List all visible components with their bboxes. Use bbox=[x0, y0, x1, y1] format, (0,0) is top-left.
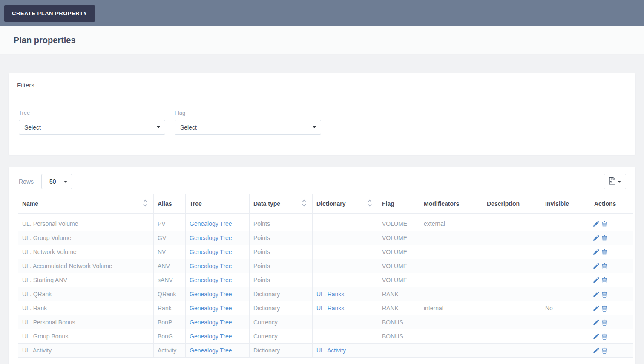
trash-icon[interactable] bbox=[601, 319, 607, 326]
pencil-icon[interactable] bbox=[593, 235, 599, 241]
cell-invisible bbox=[541, 231, 590, 245]
cell-description bbox=[483, 287, 541, 301]
page-title: Plan properties bbox=[14, 35, 76, 45]
column-header-name[interactable]: Name bbox=[18, 194, 154, 214]
cell-alias: QRank bbox=[154, 287, 186, 301]
trash-icon[interactable] bbox=[601, 235, 607, 241]
table-row: UL. Group BonusBonGGenealogy TreeCurrenc… bbox=[18, 329, 633, 344]
flag-filter-label: Flag bbox=[175, 110, 321, 116]
dictionary-link[interactable]: UL. Ranks bbox=[313, 287, 378, 301]
table-row: UL. Group VolumeGVGenealogy TreePointsVO… bbox=[18, 231, 633, 245]
cell-data-type: Currency bbox=[250, 329, 313, 344]
column-label: Name bbox=[22, 200, 38, 207]
sort-icon bbox=[143, 199, 148, 208]
column-header-actions: Actions bbox=[590, 194, 633, 214]
column-header-modificators: Modificators bbox=[420, 194, 483, 214]
tree-link[interactable]: Genealogy Tree bbox=[186, 231, 250, 245]
cell-description bbox=[483, 315, 541, 329]
tree-link[interactable]: Genealogy Tree bbox=[186, 301, 250, 315]
cell-actions bbox=[590, 344, 633, 358]
cell-modificators bbox=[420, 273, 483, 287]
table-row: UL. Network VolumeNVGenealogy TreePoints… bbox=[18, 245, 633, 259]
pencil-icon[interactable] bbox=[593, 319, 599, 326]
pencil-icon[interactable] bbox=[593, 347, 599, 354]
cell-name: UL. Starting ANV bbox=[18, 273, 154, 287]
trash-icon[interactable] bbox=[601, 305, 607, 312]
cell-description bbox=[483, 231, 541, 245]
tree-filter-selected-value: Select bbox=[24, 124, 41, 131]
cell-dictionary bbox=[313, 329, 378, 344]
column-label: Actions bbox=[594, 200, 616, 207]
column-label: Flag bbox=[382, 200, 394, 207]
cell-description bbox=[483, 301, 541, 315]
cell-dictionary bbox=[313, 259, 378, 273]
trash-icon[interactable] bbox=[601, 277, 607, 283]
cell-flag: VOLUME bbox=[378, 217, 420, 231]
trash-icon[interactable] bbox=[601, 347, 607, 354]
column-label: Data type bbox=[253, 200, 280, 207]
column-header-data-type[interactable]: Data type bbox=[250, 194, 313, 214]
flag-filter-select[interactable]: Select bbox=[175, 120, 321, 135]
cell-description bbox=[483, 344, 541, 358]
trash-icon[interactable] bbox=[601, 249, 607, 255]
rows-per-page-select[interactable]: 50 bbox=[41, 174, 72, 189]
trash-icon[interactable] bbox=[601, 221, 607, 227]
tree-link[interactable]: Genealogy Tree bbox=[186, 315, 250, 329]
pencil-icon[interactable] bbox=[593, 263, 599, 269]
cell-data-type: Dictionary bbox=[250, 301, 313, 315]
pencil-icon[interactable] bbox=[593, 249, 599, 255]
cell-name: UL. QRank bbox=[18, 287, 154, 301]
table-row: UL. RankRankGenealogy TreeDictionaryUL. … bbox=[18, 301, 633, 315]
table-row: UL. Starting ANVsANVGenealogy TreePoints… bbox=[18, 273, 633, 287]
tree-link[interactable]: Genealogy Tree bbox=[186, 259, 250, 273]
tree-link[interactable]: Genealogy Tree bbox=[186, 344, 250, 358]
caret-down-icon bbox=[618, 181, 621, 183]
column-label: Modificators bbox=[424, 200, 459, 207]
dictionary-link[interactable]: UL. Ranks bbox=[313, 301, 378, 315]
cell-flag: VOLUME bbox=[378, 245, 420, 259]
cell-modificators: internal bbox=[420, 301, 483, 315]
create-plan-property-button[interactable]: CREATE PLAN PROPERTY bbox=[4, 5, 95, 22]
pencil-icon[interactable] bbox=[593, 221, 599, 227]
cell-invisible bbox=[541, 287, 590, 301]
tree-link[interactable]: Genealogy Tree bbox=[186, 245, 250, 259]
cell-name: UL. Group Volume bbox=[18, 231, 154, 245]
tree-link[interactable]: Genealogy Tree bbox=[186, 217, 250, 231]
plan-properties-table: NameAliasTreeData typeDictionaryFlagModi… bbox=[18, 194, 633, 358]
trash-icon[interactable] bbox=[601, 291, 607, 298]
cell-actions bbox=[590, 273, 633, 287]
column-label: Alias bbox=[158, 200, 172, 207]
topbar: CREATE PLAN PROPERTY bbox=[0, 0, 644, 26]
cell-alias: ANV bbox=[154, 259, 186, 273]
column-header-flag: Flag bbox=[378, 194, 420, 214]
cell-dictionary bbox=[313, 217, 378, 231]
cell-data-type: Dictionary bbox=[250, 344, 313, 358]
cell-name: UL. Accumulated Network Volume bbox=[18, 259, 154, 273]
pencil-icon[interactable] bbox=[593, 305, 599, 312]
trash-icon[interactable] bbox=[601, 333, 607, 340]
cell-description bbox=[483, 329, 541, 344]
tree-link[interactable]: Genealogy Tree bbox=[186, 273, 250, 287]
column-header-dictionary[interactable]: Dictionary bbox=[313, 194, 378, 214]
pencil-icon[interactable] bbox=[593, 333, 599, 340]
cell-alias: sANV bbox=[154, 273, 186, 287]
cell-flag: RANK bbox=[378, 301, 420, 315]
sort-icon bbox=[302, 199, 307, 208]
tree-filter-select[interactable]: Select bbox=[19, 120, 165, 135]
column-header-tree: Tree bbox=[186, 194, 250, 214]
dictionary-link[interactable]: UL. Activity bbox=[313, 344, 378, 358]
cell-description bbox=[483, 259, 541, 273]
file-archive-icon bbox=[609, 177, 615, 186]
cell-name: UL. Personal Bonus bbox=[18, 315, 154, 329]
export-button[interactable] bbox=[604, 174, 626, 189]
cell-description bbox=[483, 217, 541, 231]
pencil-icon[interactable] bbox=[593, 291, 599, 298]
tree-filter-label: Tree bbox=[19, 110, 165, 116]
tree-link[interactable]: Genealogy Tree bbox=[186, 329, 250, 344]
table-spacer-row bbox=[18, 214, 633, 217]
pencil-icon[interactable] bbox=[593, 277, 599, 283]
cell-alias: Rank bbox=[154, 301, 186, 315]
trash-icon[interactable] bbox=[601, 263, 607, 269]
cell-modificators bbox=[420, 344, 483, 358]
tree-link[interactable]: Genealogy Tree bbox=[186, 287, 250, 301]
